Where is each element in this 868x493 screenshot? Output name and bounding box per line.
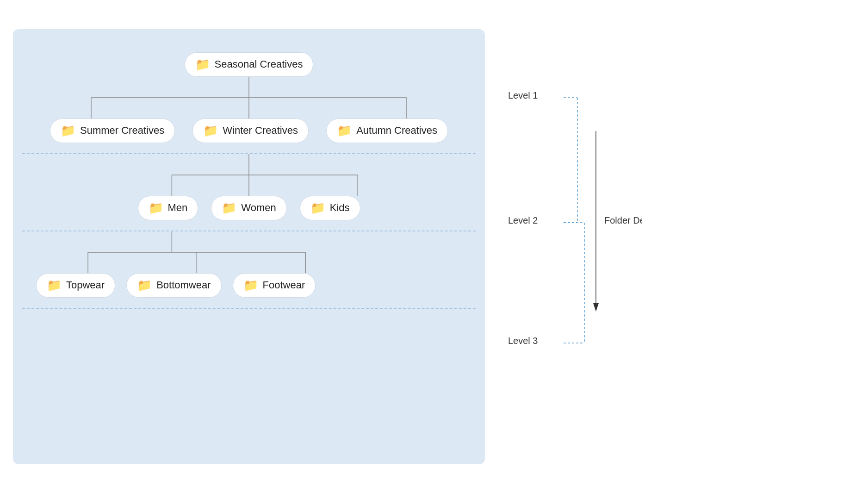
side-panel: Level 1 Level 2 Level 3 Folder Depth bbox=[503, 29, 651, 446]
folder-icon-topwear: 📁 bbox=[47, 278, 62, 293]
node-label-bottomwear: Bottomwear bbox=[156, 279, 211, 291]
folder-icon-autumn: 📁 bbox=[337, 124, 352, 138]
levels-svg: Level 1 Level 2 Level 3 Folder Depth bbox=[503, 38, 642, 418]
svg-marker-22 bbox=[593, 303, 599, 312]
connector-level2-to-level3 bbox=[22, 231, 476, 273]
node-label-topwear: Topwear bbox=[66, 279, 105, 291]
page-container: 📁 Seasonal Creatives 📁 S bbox=[13, 29, 855, 464]
folder-icon-men: 📁 bbox=[149, 201, 163, 215]
level1-label: Level 1 bbox=[508, 90, 538, 100]
level1-nodes: 📁 Summer Creatives 📁 Winter Creatives 📁 … bbox=[22, 119, 476, 143]
node-winter-creatives[interactable]: 📁 Winter Creatives bbox=[192, 119, 309, 143]
folder-icon-bottomwear: 📁 bbox=[137, 278, 152, 293]
node-label-winter: Winter Creatives bbox=[223, 125, 298, 137]
diagram-area: 📁 Seasonal Creatives 📁 S bbox=[13, 29, 485, 464]
level3-label: Level 3 bbox=[508, 336, 538, 346]
level3-nodes: 📁 Topwear 📁 Bottomwear 📁 Footwear bbox=[22, 273, 476, 298]
node-footwear[interactable]: 📁 Footwear bbox=[233, 273, 316, 298]
node-topwear[interactable]: 📁 Topwear bbox=[36, 273, 115, 298]
connector-level1-to-level2 bbox=[22, 154, 476, 196]
level2-label: Level 2 bbox=[508, 215, 538, 225]
folder-icon-kids: 📁 bbox=[310, 201, 325, 215]
node-seasonal-creatives[interactable]: 📁 Seasonal Creatives bbox=[185, 52, 314, 77]
folder-depth-label: Folder Depth bbox=[604, 215, 642, 225]
dashed-separator-3 bbox=[22, 308, 476, 309]
node-label-summer: Summer Creatives bbox=[80, 125, 164, 137]
node-women[interactable]: 📁 Women bbox=[211, 196, 286, 220]
folder-icon-footwear: 📁 bbox=[243, 278, 258, 293]
node-summer-creatives[interactable]: 📁 Summer Creatives bbox=[50, 119, 175, 143]
folder-icon-women: 📁 bbox=[222, 201, 236, 215]
node-label-women: Women bbox=[241, 202, 276, 214]
node-label-autumn: Autumn Creatives bbox=[356, 125, 437, 137]
root-section: 📁 Seasonal Creatives bbox=[22, 52, 476, 77]
folder-icon-root: 📁 bbox=[195, 57, 210, 72]
connector-root-to-level1 bbox=[22, 77, 476, 119]
level2-nodes: 📁 Men 📁 Women 📁 Kids bbox=[22, 196, 476, 220]
node-autumn-creatives[interactable]: 📁 Autumn Creatives bbox=[326, 119, 448, 143]
node-men[interactable]: 📁 Men bbox=[138, 196, 198, 220]
folder-icon-winter: 📁 bbox=[203, 124, 218, 138]
folder-icon-summer: 📁 bbox=[61, 124, 75, 138]
node-label-footwear: Footwear bbox=[263, 279, 305, 291]
node-kids[interactable]: 📁 Kids bbox=[300, 196, 360, 220]
node-bottomwear[interactable]: 📁 Bottomwear bbox=[126, 273, 221, 298]
node-label-men: Men bbox=[168, 202, 188, 214]
node-label-root: Seasonal Creatives bbox=[215, 58, 303, 70]
node-label-kids: Kids bbox=[330, 202, 350, 214]
